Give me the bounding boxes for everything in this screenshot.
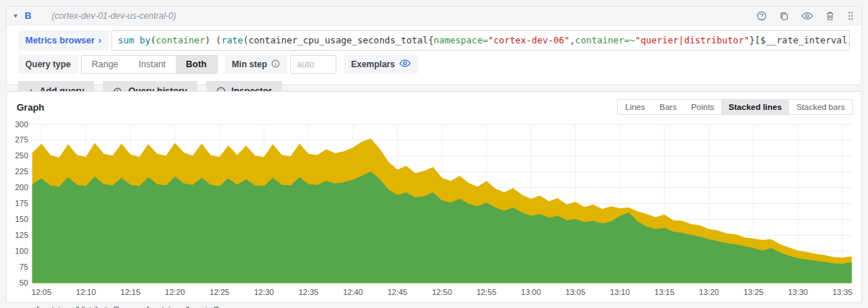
query-row-header[interactable]: ▾ B (cortex-dev-01-dev-us-central-0)	[7, 7, 861, 25]
svg-text:13:00: 13:00	[521, 288, 541, 296]
collapse-chevron-icon[interactable]: ▾	[14, 12, 17, 20]
graph-mode-segmented-control: Lines Bars Points Stacked lines Stacked …	[617, 99, 853, 115]
svg-text:13:05: 13:05	[566, 288, 586, 296]
svg-text:13:10: 13:10	[610, 288, 630, 296]
drag-handle-icon[interactable]	[847, 11, 854, 21]
min-step-input[interactable]	[290, 55, 336, 74]
stacked-area-chart[interactable]: 300275250225200175150125100755012:0512:1…	[12, 118, 856, 300]
exemplars-eye-toggle-icon[interactable]	[399, 59, 411, 70]
promql-query-input[interactable]: sum by(container) (rate(container_cpu_us…	[111, 30, 850, 51]
legend-item-distributor[interactable]: {container="distributor"}	[22, 305, 119, 308]
svg-text:12:25: 12:25	[210, 288, 230, 296]
query-type-label: Query type	[18, 55, 78, 74]
svg-text:12:15: 12:15	[121, 288, 141, 296]
chevron-right-icon: ›	[98, 35, 101, 46]
chart-legend: {container="distributor"} {container="qu…	[12, 303, 856, 308]
metrics-browser-button[interactable]: Metrics browser ›	[18, 30, 109, 51]
svg-text:12:45: 12:45	[388, 288, 408, 296]
svg-text:12:55: 12:55	[477, 288, 497, 296]
svg-text:13:15: 13:15	[655, 288, 675, 296]
query-editor-panel: ▾ B (cortex-dev-01-dev-us-central-0) Met…	[6, 6, 862, 85]
svg-text:200: 200	[15, 183, 28, 192]
mode-stacked-bars[interactable]: Stacked bars	[789, 100, 852, 114]
mode-points[interactable]: Points	[684, 100, 721, 114]
min-step-label: Min step	[225, 55, 288, 74]
svg-text:12:50: 12:50	[432, 288, 452, 296]
eye-icon[interactable]	[801, 11, 813, 21]
mode-lines[interactable]: Lines	[618, 100, 652, 114]
svg-text:100: 100	[15, 247, 28, 255]
svg-text:300: 300	[15, 120, 28, 129]
svg-text:275: 275	[15, 135, 28, 144]
svg-text:12:40: 12:40	[343, 288, 363, 296]
exemplars-label: Exemplars	[344, 55, 418, 74]
query-type-range[interactable]: Range	[82, 56, 129, 73]
svg-text:12:05: 12:05	[32, 288, 52, 296]
trash-icon[interactable]	[825, 11, 835, 21]
help-circle-icon[interactable]	[757, 11, 767, 21]
svg-text:13:30: 13:30	[788, 288, 808, 296]
query-type-instant[interactable]: Instant	[129, 56, 176, 73]
svg-text:150: 150	[15, 215, 28, 223]
svg-text:50: 50	[20, 278, 28, 287]
mode-stacked-lines[interactable]: Stacked lines	[721, 100, 789, 114]
duplicate-icon[interactable]	[779, 11, 789, 21]
svg-text:13:35: 13:35	[833, 288, 853, 296]
svg-text:12:30: 12:30	[254, 288, 274, 296]
info-circle-icon[interactable]	[271, 59, 280, 70]
svg-text:125: 125	[15, 231, 28, 239]
svg-text:250: 250	[15, 151, 28, 160]
svg-text:13:20: 13:20	[699, 288, 719, 296]
graph-panel: Graph Lines Bars Points Stacked lines St…	[6, 91, 862, 303]
svg-text:12:10: 12:10	[76, 288, 96, 296]
query-type-both[interactable]: Both	[176, 56, 216, 73]
svg-text:75: 75	[20, 262, 28, 271]
graph-panel-title: Graph	[17, 102, 44, 113]
query-ref-id: B	[25, 10, 31, 21]
datasource-description: (cortex-dev-01-dev-us-central-0)	[51, 11, 176, 21]
mode-bars[interactable]: Bars	[652, 100, 684, 114]
svg-text:13:25: 13:25	[744, 288, 764, 296]
query-type-segmented-control: Range Instant Both	[81, 55, 218, 74]
svg-text:175: 175	[15, 199, 28, 208]
svg-text:225: 225	[15, 167, 28, 176]
legend-item-querier[interactable]: {container="querier"}	[132, 305, 219, 308]
svg-text:12:20: 12:20	[165, 288, 185, 296]
svg-text:12:35: 12:35	[299, 288, 319, 296]
